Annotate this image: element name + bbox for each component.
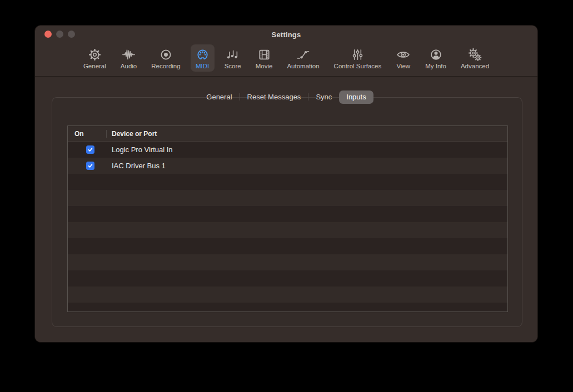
toolbar-item-audio[interactable]: Audio <box>116 44 141 72</box>
person-icon <box>428 47 444 62</box>
on-cell <box>68 162 106 170</box>
movie-icon <box>257 47 272 62</box>
toolbar-item-my-info[interactable]: My Info <box>421 44 451 72</box>
gears-icon <box>467 47 482 62</box>
toolbar-item-label: Advanced <box>461 63 489 69</box>
toolbar-item-label: Movie <box>256 63 273 69</box>
toolbar-item-label: Automation <box>287 63 319 69</box>
tab-inputs[interactable]: Inputs <box>339 91 373 104</box>
device-name: Logic Pro Virtual In <box>106 145 173 154</box>
settings-window: Settings GeneralAudioRecordingMIDIScoreM… <box>34 25 538 343</box>
table-row-empty <box>68 254 507 270</box>
toolbar-item-midi[interactable]: MIDI <box>191 44 215 72</box>
toolbar-item-label: Audio <box>121 63 137 69</box>
toolbar-item-score[interactable]: Score <box>220 44 246 72</box>
tab-general[interactable]: General <box>199 91 239 104</box>
table-header: On Device or Port <box>68 126 507 142</box>
table-row-empty <box>68 190 507 206</box>
device-name: IAC Driver Bus 1 <box>106 162 166 170</box>
titlebar[interactable]: Settings <box>35 26 537 43</box>
table-row[interactable]: IAC Driver Bus 1 <box>68 158 507 174</box>
eye-icon <box>396 47 411 62</box>
device-checkbox[interactable] <box>86 145 94 154</box>
midi-subtabs: GeneralReset MessagesSyncInputs <box>35 90 537 104</box>
toolbar-item-advanced[interactable]: Advanced <box>456 44 494 72</box>
toolbar-item-label: Control Surfaces <box>334 63 382 69</box>
score-icon <box>225 47 240 62</box>
table-row-empty <box>68 270 507 287</box>
record-icon <box>158 47 173 62</box>
midi-icon <box>195 47 210 62</box>
table-row-empty <box>68 303 507 312</box>
sliders-icon <box>350 47 365 62</box>
device-checkbox[interactable] <box>86 162 94 170</box>
toolbar-item-control-surfaces[interactable]: Control Surfaces <box>330 44 386 72</box>
toolbar-item-label: View <box>396 63 410 69</box>
toolbar-item-label: MIDI <box>196 63 209 69</box>
toolbar-item-label: Score <box>225 63 241 69</box>
midi-pane: GeneralReset MessagesSyncInputs On Devic… <box>35 77 537 342</box>
toolbar-item-view[interactable]: View <box>391 44 415 72</box>
gear-icon <box>87 47 102 62</box>
on-cell <box>68 145 106 154</box>
toolbar-item-label: General <box>83 63 106 69</box>
tab-sync[interactable]: Sync <box>308 91 339 104</box>
window-title: Settings <box>35 31 537 39</box>
toolbar-item-general[interactable]: General <box>79 44 111 72</box>
table-row[interactable]: Logic Pro Virtual In <box>68 142 507 158</box>
table-row-empty <box>68 238 507 254</box>
table-row-empty <box>68 287 507 303</box>
column-header-on: On <box>68 130 106 138</box>
toolbar-item-recording[interactable]: Recording <box>147 44 185 72</box>
tab-reset-messages[interactable]: Reset Messages <box>240 91 308 104</box>
table-row-empty <box>68 174 507 190</box>
inputs-groupbox: On Device or Port Logic Pro Virtual InIA… <box>52 97 522 327</box>
audio-icon <box>121 47 136 62</box>
toolbar-item-label: My Info <box>425 63 446 69</box>
table-row-empty <box>68 222 507 238</box>
settings-toolbar: GeneralAudioRecordingMIDIScoreMovieAutom… <box>35 43 537 77</box>
table-body: Logic Pro Virtual InIAC Driver Bus 1 <box>68 142 507 312</box>
automation-icon <box>296 47 311 62</box>
toolbar-item-label: Recording <box>151 63 180 69</box>
column-header-device: Device or Port <box>106 130 157 138</box>
toolbar-item-movie[interactable]: Movie <box>251 44 277 72</box>
table-row-empty <box>68 206 507 222</box>
desktop-background: Settings GeneralAudioRecordingMIDIScoreM… <box>0 0 573 392</box>
toolbar-item-automation[interactable]: Automation <box>282 44 323 72</box>
midi-inputs-table: On Device or Port Logic Pro Virtual InIA… <box>67 125 508 312</box>
column-divider[interactable] <box>106 130 107 138</box>
